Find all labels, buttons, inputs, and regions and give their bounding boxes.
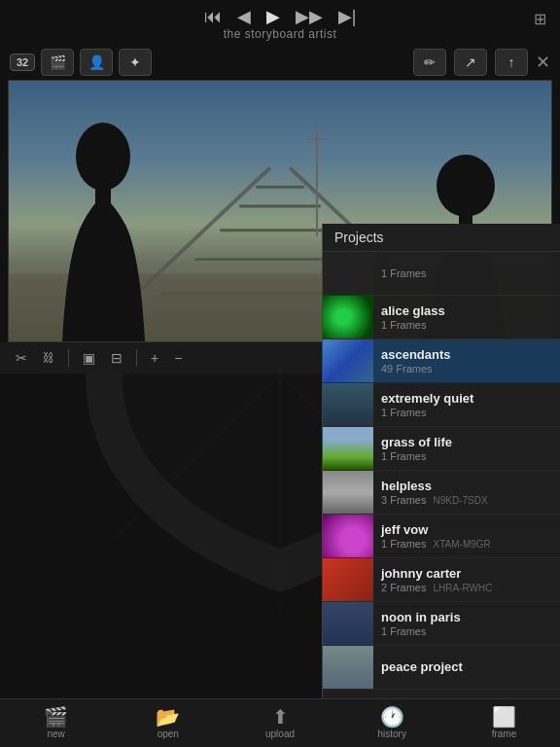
project-name-alice: alice glass <box>381 303 552 319</box>
play-button[interactable]: ▶ <box>266 8 280 25</box>
project-item-jeff[interactable]: jeff vow 1 Frames XTAM-M9GR <box>323 515 560 558</box>
project-frames-helpless: 3 Frames N9KD-7SDX <box>381 494 552 506</box>
project-name-helpless: helpless <box>381 479 552 494</box>
close-button[interactable]: ✕ <box>536 52 550 73</box>
project-item-peace[interactable]: peace project <box>323 646 560 690</box>
zoom-out-icon[interactable]: − <box>170 348 186 368</box>
fastforward-button[interactable]: ▶| <box>338 8 357 25</box>
open-icon: 📂 <box>156 707 180 727</box>
utility-pole <box>307 120 327 236</box>
project-code-helpless: N9KD-7SDX <box>434 495 488 506</box>
history-icon: 🕐 <box>380 707 404 727</box>
zoom-in-icon[interactable]: + <box>147 348 162 368</box>
project-item-quiet[interactable]: extremely quiet 1 Frames <box>323 383 560 427</box>
project-thumb-grass <box>323 427 373 470</box>
project-thumb-helpless <box>323 471 373 514</box>
upload-icon: ⬆ <box>272 707 289 727</box>
project-code-johnny: LHRA-RWHC <box>434 583 493 593</box>
project-info-peace: peace project <box>373 656 560 679</box>
project-thumb-jeff <box>323 515 373 557</box>
export-button[interactable]: ↑ <box>495 49 528 76</box>
project-name-ascendants: ascendants <box>381 347 552 363</box>
frame-number: 32 <box>10 53 35 71</box>
cut-icon[interactable]: ✂ <box>12 348 31 368</box>
project-item-grass[interactable]: grass of life 1 Frames <box>323 427 560 471</box>
playback-controls: ⏮ ◀ ▶ ▶▶ ▶| <box>204 8 357 25</box>
edit-button[interactable]: ✏ <box>413 49 446 76</box>
frame-box-icon[interactable]: ▣ <box>79 348 99 368</box>
projects-panel: Projects 1 Frames alice glass 1 Frames a… <box>322 224 560 698</box>
project-info-johnny: johnny carter 2 Frames LHRA-RWHC <box>373 562 560 597</box>
project-frames-ascendants: 49 Frames <box>381 363 552 374</box>
project-item-helpless[interactable]: helpless 3 Frames N9KD-7SDX <box>323 471 560 515</box>
project-info-helpless: helpless 3 Frames N9KD-7SDX <box>373 475 560 510</box>
adjust-tool[interactable]: ✦ <box>119 49 152 76</box>
storyboard-tool[interactable]: 🎬 <box>41 49 74 76</box>
project-info-grass: grass of life 1 Frames <box>373 431 560 466</box>
project-info-noon: noon in paris 1 Frames <box>373 606 560 641</box>
nav-label-open: open <box>158 729 179 739</box>
project-info-first: 1 Frames <box>373 264 560 283</box>
person-tool[interactable]: 👤 <box>80 49 113 76</box>
next-button[interactable]: ▶▶ <box>296 8 323 25</box>
project-item-noon[interactable]: noon in paris 1 Frames <box>323 602 560 646</box>
nav-item-open[interactable]: 📂 open <box>112 699 224 747</box>
project-info-jeff: jeff vow 1 Frames XTAM-M9GR <box>373 518 560 553</box>
grid-select-icon[interactable]: ⊟ <box>107 348 126 368</box>
nav-label-upload: upload <box>265 729 295 739</box>
project-frames-grass: 1 Frames <box>381 450 552 462</box>
project-frames-alice: 1 Frames <box>381 319 552 331</box>
toolbar: 32 🎬 👤 ✦ ✏ ↗ ↑ ✕ <box>0 45 560 80</box>
new-icon: 🎬 <box>44 707 68 727</box>
nav-item-history[interactable]: 🕐 history <box>336 699 448 747</box>
grid-icon[interactable]: ⊞ <box>534 10 546 28</box>
project-item-alice[interactable]: alice glass 1 Frames <box>323 296 560 339</box>
project-frames-noon: 1 Frames <box>381 625 552 637</box>
project-info-alice: alice glass 1 Frames <box>373 300 560 335</box>
project-name-quiet: extremely quiet <box>381 391 552 407</box>
share-button[interactable]: ↗ <box>454 49 487 76</box>
nav-label-new: new <box>47 729 64 739</box>
project-item-first[interactable]: 1 Frames <box>323 252 560 296</box>
svg-point-15 <box>437 155 495 217</box>
project-thumb-quiet <box>323 383 373 426</box>
frame-icon: ⬜ <box>492 707 516 727</box>
link-icon[interactable]: ⛓ <box>39 349 58 367</box>
toolbar-right: ✏ ↗ ↑ ✕ <box>413 49 550 76</box>
project-frames-jeff: 1 Frames XTAM-M9GR <box>381 538 552 550</box>
nav-label-history: history <box>377 729 405 739</box>
project-info-quiet: extremely quiet 1 Frames <box>373 387 560 422</box>
project-name-grass: grass of life <box>381 435 552 450</box>
nav-item-upload[interactable]: ⬆ upload <box>224 699 335 747</box>
separator-2 <box>136 349 137 367</box>
projects-header: Projects <box>323 224 560 252</box>
project-item-ascendants[interactable]: ascendants 49 Frames <box>323 339 560 383</box>
project-thumb-johnny <box>323 558 373 601</box>
silhouette-left <box>33 118 174 341</box>
app-title: the storyboard artist <box>224 27 337 41</box>
nav-item-new[interactable]: 🎬 new <box>0 699 112 747</box>
nav-item-frame[interactable]: ⬜ frame <box>448 699 560 747</box>
project-thumb-ascendants <box>323 339 373 382</box>
project-thumb-peace <box>323 646 373 689</box>
top-bar: ⏮ ◀ ▶ ▶▶ ▶| the storyboard artist ⊞ <box>0 0 560 45</box>
separator-1 <box>68 349 69 367</box>
project-code-jeff: XTAM-M9GR <box>434 539 491 550</box>
bottom-nav: 🎬 new 📂 open ⬆ upload 🕐 history ⬜ frame <box>0 698 560 747</box>
project-frames-first: 1 Frames <box>381 267 552 279</box>
rewind-button[interactable]: ⏮ <box>204 8 222 25</box>
toolbar-left: 32 🎬 👤 ✦ <box>10 49 152 76</box>
project-frames-quiet: 1 Frames <box>381 407 552 418</box>
project-name-jeff: jeff vow <box>381 522 552 538</box>
project-item-johnny[interactable]: johnny carter 2 Frames LHRA-RWHC <box>323 558 560 602</box>
project-name-johnny: johnny carter <box>381 566 552 582</box>
svg-rect-14 <box>95 188 111 207</box>
svg-point-13 <box>76 123 130 191</box>
project-frames-johnny: 2 Frames LHRA-RWHC <box>381 582 552 593</box>
project-thumb-first <box>323 252 373 295</box>
project-thumb-alice <box>323 296 373 338</box>
project-name-peace: peace project <box>381 659 552 675</box>
project-info-ascendants: ascendants 49 Frames <box>373 343 560 378</box>
project-thumb-noon <box>323 602 373 645</box>
prev-button[interactable]: ◀ <box>237 8 251 25</box>
